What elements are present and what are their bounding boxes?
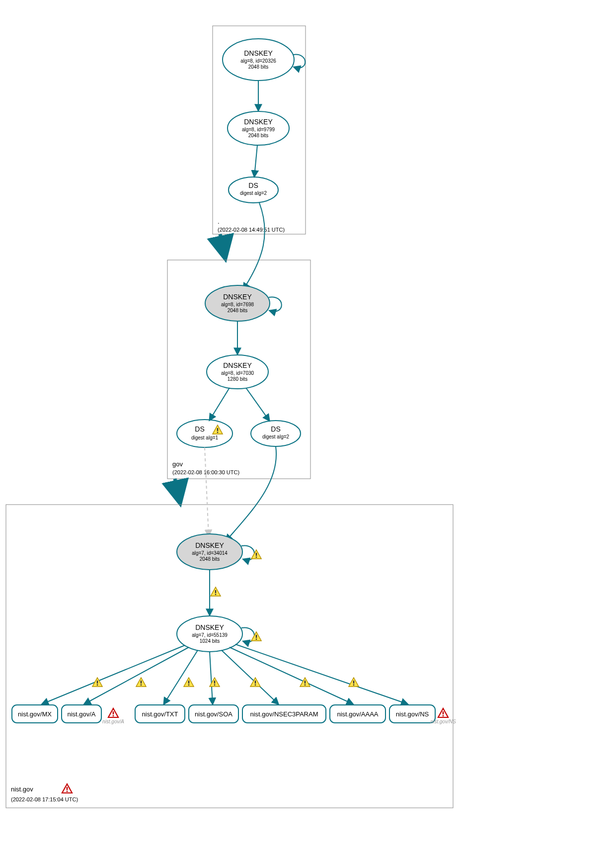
node-gov-ds1[interactable]: DS digest alg=1 bbox=[177, 420, 232, 447]
svg-point-26 bbox=[177, 420, 232, 447]
warning-icon bbox=[251, 550, 261, 559]
leaf-soa[interactable]: nist.gov/SOA bbox=[189, 705, 238, 723]
svg-text:nist.gov/A: nist.gov/A bbox=[67, 710, 95, 718]
svg-text:nist.gov/MX: nist.gov/MX bbox=[18, 710, 52, 718]
zone-nist: nist.gov (2022-02-08 17:15:04 UTC) DNSKE… bbox=[6, 446, 456, 808]
node-root-ksk[interactable]: DNSKEY alg=8, id=20326 2048 bits bbox=[223, 39, 294, 81]
edge-gov-zsk-ds1 bbox=[210, 388, 230, 420]
svg-text:DNSKEY: DNSKEY bbox=[195, 623, 224, 631]
edge-gov-ds1-to-nist-ksk-insecure bbox=[205, 447, 209, 536]
svg-text:nist.gov/SOA: nist.gov/SOA bbox=[195, 710, 232, 718]
svg-point-29 bbox=[251, 421, 301, 446]
edge-zsk-mx bbox=[42, 645, 185, 704]
warning-icon bbox=[92, 678, 102, 687]
warning-icon bbox=[184, 678, 194, 687]
ghost-a: nist.gov/A bbox=[102, 719, 124, 724]
svg-text:nist.gov/AAAA: nist.gov/AAAA bbox=[337, 710, 378, 718]
svg-text:DNSKEY: DNSKEY bbox=[223, 293, 252, 301]
svg-text:DNSKEY: DNSKEY bbox=[244, 49, 273, 57]
svg-text:1280 bits: 1280 bits bbox=[228, 376, 248, 382]
edge-root-ksk-self bbox=[293, 55, 305, 68]
edge-zone-gov-to-nist bbox=[175, 479, 180, 502]
svg-text:2048 bits: 2048 bits bbox=[248, 64, 269, 70]
zone-gov-label: gov bbox=[172, 460, 183, 468]
edge-zone-root-to-gov bbox=[220, 234, 225, 258]
node-root-ds[interactable]: DS digest alg=2 bbox=[229, 177, 278, 203]
svg-text:alg=8, id=20326: alg=8, id=20326 bbox=[240, 58, 276, 64]
svg-text:digest alg=1: digest alg=1 bbox=[191, 435, 219, 440]
zone-root-time: (2022-02-08 14:49:51 UTC) bbox=[218, 227, 285, 233]
node-nist-ksk[interactable]: DNSKEY alg=7, id=34014 2048 bits bbox=[177, 534, 242, 570]
edge-gov-ds2-to-nist-ksk bbox=[226, 446, 276, 541]
ghost-ns: nist.gov/NS bbox=[430, 719, 456, 724]
error-icon bbox=[108, 708, 118, 717]
edge-gov-zsk-ds2 bbox=[246, 388, 269, 421]
leaf-nsec3param[interactable]: nist.gov/NSEC3PARAM bbox=[242, 705, 326, 723]
svg-text:alg=7, id=55139: alg=7, id=55139 bbox=[192, 632, 228, 638]
zone-root: . (2022-02-08 14:49:51 UTC) DNSKEY alg=8… bbox=[213, 26, 306, 234]
svg-text:DNSKEY: DNSKEY bbox=[244, 118, 273, 126]
svg-text:DS: DS bbox=[195, 425, 204, 433]
edge-zsk-ns bbox=[235, 644, 407, 704]
svg-text:DS: DS bbox=[271, 425, 280, 433]
svg-text:alg=8, id=9799: alg=8, id=9799 bbox=[242, 127, 275, 132]
svg-text:DNSKEY: DNSKEY bbox=[223, 361, 252, 369]
svg-text:DNSKEY: DNSKEY bbox=[195, 541, 224, 549]
edge-root-zsk-ds bbox=[254, 145, 257, 176]
leaf-mx[interactable]: nist.gov/MX bbox=[12, 705, 58, 723]
node-gov-zsk[interactable]: DNSKEY alg=8, id=7030 1280 bits bbox=[207, 355, 268, 389]
error-icon bbox=[438, 708, 448, 717]
svg-text:nist.gov/TXT: nist.gov/TXT bbox=[142, 710, 178, 718]
warning-icon bbox=[300, 678, 310, 687]
warning-icon bbox=[251, 632, 261, 641]
svg-text:2048 bits: 2048 bits bbox=[200, 556, 220, 562]
svg-text:1024 bits: 1024 bits bbox=[200, 638, 220, 644]
warning-icon bbox=[136, 678, 146, 687]
svg-text:DS: DS bbox=[248, 181, 258, 189]
edge-root-ds-to-gov-ksk bbox=[243, 203, 265, 289]
svg-text:2048 bits: 2048 bits bbox=[248, 133, 269, 138]
zone-root-label: . bbox=[218, 218, 220, 225]
warning-icon bbox=[211, 587, 221, 596]
edge-gov-ksk-self bbox=[269, 297, 282, 311]
svg-text:alg=8, id=7030: alg=8, id=7030 bbox=[221, 370, 254, 376]
leaf-ns[interactable]: nist.gov/NS bbox=[389, 705, 435, 723]
leaf-aaaa[interactable]: nist.gov/AAAA bbox=[330, 705, 385, 723]
node-root-zsk[interactable]: DNSKEY alg=8, id=9799 2048 bits bbox=[228, 111, 289, 145]
leaf-txt[interactable]: nist.gov/TXT bbox=[135, 705, 185, 723]
zone-nist-time: (2022-02-08 17:15:04 UTC) bbox=[11, 796, 78, 802]
svg-text:2048 bits: 2048 bits bbox=[228, 308, 248, 313]
node-gov-ds2[interactable]: DS digest alg=2 bbox=[251, 421, 301, 446]
edge-zsk-a bbox=[84, 647, 189, 704]
error-icon bbox=[62, 784, 72, 793]
node-gov-ksk[interactable]: DNSKEY alg=8, id=7698 2048 bits bbox=[205, 285, 270, 321]
svg-text:alg=7, id=34014: alg=7, id=34014 bbox=[192, 550, 228, 556]
zone-gov: gov (2022-02-08 16:00:30 UTC) DNSKEY alg… bbox=[167, 203, 310, 479]
zone-nist-label: nist.gov bbox=[11, 785, 33, 793]
svg-point-14 bbox=[229, 177, 278, 203]
svg-text:digest alg=2: digest alg=2 bbox=[262, 434, 290, 439]
svg-text:nist.gov/NS: nist.gov/NS bbox=[396, 710, 429, 718]
edge-zsk-soa bbox=[210, 652, 213, 704]
svg-text:nist.gov/NSEC3PARAM: nist.gov/NSEC3PARAM bbox=[250, 710, 318, 718]
warning-icon bbox=[349, 678, 359, 687]
leaf-a[interactable]: nist.gov/A bbox=[62, 705, 101, 723]
edge-zsk-nsec bbox=[222, 650, 278, 704]
svg-text:alg=8, id=7698: alg=8, id=7698 bbox=[221, 302, 254, 307]
svg-text:digest alg=2: digest alg=2 bbox=[240, 190, 267, 196]
node-nist-zsk[interactable]: DNSKEY alg=7, id=55139 1024 bits bbox=[177, 616, 242, 652]
